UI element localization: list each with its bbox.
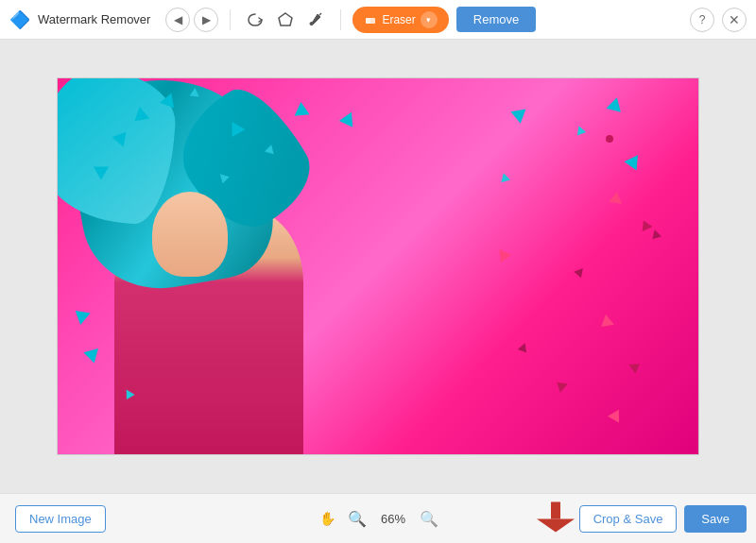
svg-marker-0: [279, 13, 292, 25]
download-arrow-icon: [535, 501, 576, 535]
zoom-out-button[interactable]: 🔍: [418, 507, 440, 530]
new-image-label: New Image: [29, 512, 92, 526]
hand-tool-button[interactable]: ✋: [316, 507, 338, 530]
svg-rect-3: [366, 18, 370, 24]
svg-marker-5: [537, 519, 575, 533]
triangle-decoration: [575, 125, 586, 136]
zoom-level-display: 66%: [376, 512, 410, 526]
triangle-decoration: [510, 103, 530, 123]
triangle-decoration: [518, 342, 529, 353]
action-buttons: Crop & Save Save: [579, 505, 747, 533]
close-icon: ✕: [729, 12, 740, 27]
triangle-decoration: [609, 191, 624, 204]
triangle-decoration: [608, 406, 625, 422]
triangle-decoration: [638, 218, 652, 231]
back-button[interactable]: ◀: [165, 8, 190, 32]
triangle-decoration: [83, 343, 103, 363]
app-title: Watermark Remover: [38, 12, 150, 26]
triangle-decoration: [650, 229, 662, 239]
app-logo-icon: 🔷: [9, 9, 30, 30]
triangle-decoration: [293, 101, 309, 115]
save-label: Save: [701, 512, 730, 526]
brush-icon: [308, 12, 323, 27]
zoom-controls: ✋ 🔍 66% 🔍: [316, 507, 440, 530]
triangle-decoration: [628, 359, 643, 374]
toolbar-divider-2: [340, 9, 341, 30]
drawing-tools: [242, 7, 329, 33]
crop-save-button[interactable]: Crop & Save: [579, 505, 678, 533]
polygon-tool-button[interactable]: [272, 7, 299, 33]
close-button[interactable]: ✕: [722, 8, 747, 32]
triangle-decoration: [553, 378, 567, 393]
zoom-in-icon: 🔍: [348, 510, 367, 528]
remove-button[interactable]: Remove: [456, 7, 536, 32]
dot-decoration: [606, 135, 613, 143]
brush-tool-button[interactable]: [302, 7, 329, 33]
polygon-icon: [278, 12, 293, 27]
toolbar-divider-1: [230, 9, 231, 30]
triangle-decoration: [599, 314, 614, 327]
triangle-decoration: [190, 88, 200, 97]
eraser-label: Eraser: [382, 13, 415, 26]
triangle-decoration: [339, 109, 358, 127]
image-container[interactable]: [57, 77, 699, 455]
back-icon: ◀: [174, 13, 182, 26]
forward-button[interactable]: ▶: [194, 8, 218, 32]
image-background: [58, 78, 698, 454]
triangle-decoration: [574, 265, 586, 278]
eraser-icon: [364, 13, 377, 26]
triangle-decoration: [76, 306, 94, 325]
bottom-bar: New Image ✋ 🔍 66% 🔍 Crop & Save Save: [0, 493, 756, 543]
download-arrow: [535, 501, 576, 537]
svg-line-1: [319, 13, 321, 15]
lasso-icon: [248, 12, 263, 27]
svg-rect-4: [551, 502, 560, 519]
triangle-decoration: [624, 151, 644, 171]
zoom-out-icon: 🔍: [420, 510, 438, 528]
triangle-decoration: [494, 246, 511, 263]
eraser-button[interactable]: Eraser ▾: [352, 7, 448, 33]
nav-controls: ◀ ▶: [165, 8, 218, 32]
help-icon: ?: [699, 13, 706, 26]
forward-icon: ▶: [202, 13, 211, 26]
triangle-decoration: [499, 172, 510, 182]
canvas-area: [0, 40, 756, 493]
eraser-dropdown-icon: ▾: [421, 11, 438, 28]
lasso-tool-button[interactable]: [242, 7, 268, 33]
person-face: [152, 192, 228, 277]
hand-icon: ✋: [319, 511, 335, 526]
crop-save-label: Crop & Save: [593, 512, 663, 526]
new-image-button[interactable]: New Image: [15, 505, 106, 533]
save-button[interactable]: Save: [684, 505, 747, 533]
triangle-decoration: [132, 106, 149, 122]
remove-label: Remove: [473, 12, 519, 26]
zoom-in-button[interactable]: 🔍: [346, 507, 369, 530]
help-button[interactable]: ?: [690, 8, 714, 32]
triangle-decoration: [606, 95, 624, 112]
title-bar: 🔷 Watermark Remover ◀ ▶: [0, 0, 756, 40]
